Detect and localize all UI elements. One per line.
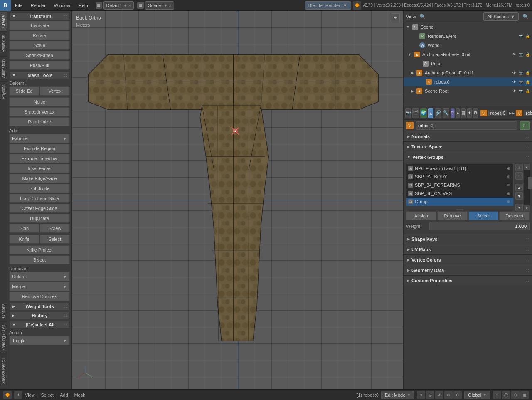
vg-item-forearm[interactable]: ⊞ NPC ForearmTwist1 [Lt1].L ⊕ [406, 164, 513, 173]
bisect-btn[interactable]: Bisect [9, 255, 70, 264]
shrink-fatten-btn[interactable]: Shrink/Fatten [9, 51, 70, 60]
vg-up-btn[interactable]: ▲ [515, 184, 523, 191]
robes-eye-icon[interactable]: 👁 [511, 79, 517, 85]
status-mode-select[interactable]: Edit Mode ▼ [381, 391, 414, 399]
status-icon-4[interactable]: ⊕ [444, 391, 453, 399]
vg-item-forearms[interactable]: ⊞ SBP_34_FOREARMS ⊕ [406, 181, 513, 189]
knife-btn[interactable]: Knife [9, 235, 39, 244]
viewport-maximize-btn[interactable]: + [391, 13, 400, 22]
push-pull-btn[interactable]: Push/Pull [9, 61, 70, 70]
weight-tools-header[interactable]: ▶ Weight Tools ∷ [9, 303, 70, 310]
robes-camera-icon[interactable]: 📷 [518, 79, 524, 85]
archmage-eye-icon[interactable]: 👁 [511, 52, 517, 57]
scene-root-eye-icon[interactable]: 👁 [511, 88, 517, 94]
status-blender-icon[interactable]: 🔶 [3, 391, 12, 399]
loop-cut-slide-btn[interactable]: Loop Cut and Slide [9, 194, 70, 203]
deselect-header[interactable]: ▼ (De)select All ∷ [9, 321, 70, 328]
archmage-lock-icon[interactable]: 🔒 [525, 52, 530, 57]
screw-btn[interactable]: Screw [40, 224, 70, 233]
texture-space-header[interactable]: ▶ Texture Space ∷ [404, 142, 532, 152]
prop-object-btn[interactable]: ▲ [428, 108, 433, 118]
vg-add-forearms-icon[interactable]: ⊕ [506, 182, 512, 188]
weight-input[interactable]: 1.000 [429, 222, 530, 230]
outliner-item-archmage-nif[interactable]: ▶ ▲ ArchmageRobesF_0.nif 👁 📷 🔒 [404, 68, 532, 77]
outliner-item-scene-root[interactable]: ▶ ▲ Scene Root 👁 📷 🔒 [404, 86, 532, 96]
delete-dropdown[interactable]: Delete ▼ [9, 272, 70, 281]
vg-add-btn[interactable]: + [515, 164, 523, 171]
status-icon-1[interactable]: ⊙ [417, 391, 425, 399]
scale-btn[interactable]: Scale [9, 41, 70, 50]
tab-physics[interactable]: Physics [0, 81, 7, 102]
status-right-icon-2[interactable]: ◯ [502, 391, 510, 399]
uv-maps-header[interactable]: ▶ UV Maps ∷ [404, 244, 532, 254]
tab-shading-uvs[interactable]: Shading / UVs [0, 321, 7, 355]
search-icon[interactable]: 🔍 [521, 12, 530, 21]
slide-edge-btn[interactable]: Slide Ed [9, 86, 39, 96]
render-engine-selector[interactable]: Blender Render ▼ [305, 1, 351, 10]
shape-keys-header[interactable]: ▶ Shape Keys ∷ [404, 234, 532, 244]
vg-options-btn[interactable]: ▼ [515, 204, 523, 211]
tab-relations[interactable]: Relations [0, 31, 7, 56]
workspace-selector[interactable]: Default + × [103, 1, 134, 10]
custom-properties-header[interactable]: ▶ Custom Properties ∷ [404, 276, 532, 286]
assign-btn[interactable]: Assign [406, 211, 436, 220]
inset-faces-btn[interactable]: Inset Faces [9, 164, 70, 173]
extrude-region-btn[interactable]: Extrude Region [9, 144, 70, 153]
object-selector-1[interactable]: robes:0 [488, 110, 508, 116]
vg-scrollbar-down[interactable]: ▼ [524, 205, 530, 211]
prop-render-btn[interactable]: 📷 [405, 108, 411, 118]
vg-remove-btn[interactable]: − [515, 172, 523, 180]
status-view-icon[interactable]: 👁 [14, 391, 22, 399]
spin-btn[interactable]: Spin [9, 224, 39, 233]
scene-selector[interactable]: Scene + × [145, 1, 174, 10]
outliner-item-world[interactable]: W World [404, 41, 532, 50]
vg-drag-handle[interactable]: ═══ [406, 208, 514, 211]
renderlayers-camera-icon[interactable]: 📷 [518, 33, 524, 39]
outliner-search-icon[interactable]: 🔍 [419, 12, 427, 21]
normals-header[interactable]: ▶ Normals ∷ [404, 131, 532, 141]
status-view-label[interactable]: View [25, 393, 35, 398]
status-icon-3[interactable]: ↺ [435, 391, 443, 399]
rotate-btn[interactable]: Rotate [9, 31, 70, 40]
status-right-icon-1[interactable]: ⊕ [493, 391, 501, 399]
select-btn[interactable]: Select [468, 211, 499, 220]
status-select-label[interactable]: Select [41, 393, 54, 398]
extrude-individual-btn[interactable]: Extrude Individual [9, 154, 70, 163]
status-icon-5[interactable]: ⊙ [453, 391, 462, 399]
transform-header[interactable]: ▼ Transform ∷ [9, 12, 70, 20]
menu-window[interactable]: Window [50, 0, 74, 11]
scene-root-camera-icon[interactable]: 📷 [518, 88, 524, 94]
renderlayers-lock-icon[interactable]: 🔒 [525, 33, 530, 39]
knife-select-btn[interactable]: Select [40, 235, 70, 244]
history-header[interactable]: ▶ History ∷ [9, 312, 70, 319]
vertex-colors-header[interactable]: ▶ Vertex Colors ∷ [404, 255, 532, 265]
archmage-nif-eye-icon[interactable]: 👁 [511, 70, 517, 76]
prop-physics-btn[interactable]: ⚙ [473, 108, 478, 118]
vg-add-calves-icon[interactable]: ⊕ [506, 190, 512, 196]
randomize-btn[interactable]: Randomize [9, 117, 70, 126]
vg-scrollbar-up[interactable]: ▲ [524, 164, 530, 170]
prop-object-name[interactable]: robes:0 [416, 121, 517, 130]
offset-edge-slide-btn[interactable]: Offset Edge Slide [9, 204, 70, 213]
vg-item-group[interactable]: ⊞ Group ⊕ [406, 198, 513, 206]
status-right-icon-3[interactable]: ⬡ [511, 391, 520, 399]
prop-world-btn[interactable]: 🌍 [420, 108, 427, 118]
prop-scene-btn[interactable]: 🎬 [412, 108, 419, 118]
archmage-camera-icon[interactable]: 📷 [518, 52, 524, 57]
prop-modifiers-btn[interactable]: 🔧 [443, 108, 449, 118]
noise-btn[interactable]: Noise [9, 97, 70, 106]
translate-btn[interactable]: Translate [9, 21, 70, 30]
vg-item-calves[interactable]: ⊞ SBP_38_CALVES ⊕ [406, 189, 513, 198]
outliner-item-archmage-root[interactable]: ▼ ▲ ArchmageRobesF_0.nif 👁 📷 🔒 [404, 50, 532, 59]
merge-dropdown[interactable]: Merge ▼ [9, 282, 70, 291]
extrude-dropdown[interactable]: Extrude ▼ [9, 134, 70, 143]
archmage-nif-camera-icon[interactable]: 📷 [518, 70, 524, 76]
make-edge-face-btn[interactable]: Make Edge/Face [9, 174, 70, 183]
scene-root-lock-icon[interactable]: 🔒 [525, 88, 530, 94]
vg-down-btn[interactable]: ▼ [515, 192, 523, 200]
remove-btn[interactable]: Remove [437, 211, 468, 220]
vg-add-forearm-icon[interactable]: ⊕ [506, 165, 512, 171]
outliner-item-robes[interactable]: ▽ robes:0 👁 📷 🔒 [404, 77, 532, 86]
outliner-item-pose[interactable]: P Pose [404, 59, 532, 68]
global-selector[interactable]: Global ▼ [464, 391, 490, 399]
